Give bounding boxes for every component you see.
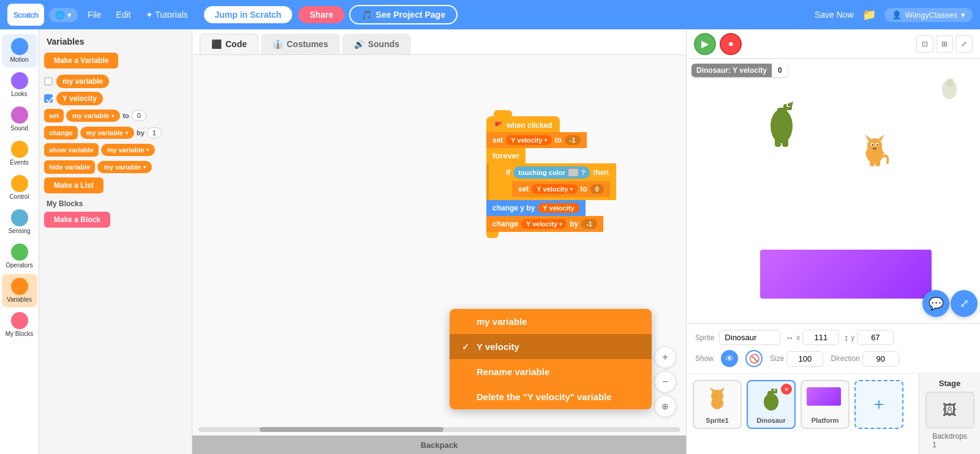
stage-section-label: Stage	[939, 379, 960, 388]
show-variable-block[interactable]: show variable	[44, 143, 99, 157]
code-tab-icon: ⬛	[211, 39, 222, 49]
my-variable-dropdown[interactable]: my variable ▾	[66, 110, 121, 122]
sprite-card-dinosaur[interactable]: ✕ Dinosaur	[747, 380, 796, 429]
sprite-card-sprite1[interactable]: Sprite1	[693, 380, 742, 429]
sidebar-item-sensing[interactable]: Sensing	[2, 206, 37, 239]
ctx-delete-variable[interactable]: Delete the "Y velocity" variable	[450, 384, 652, 409]
make-list-button[interactable]: Make a List	[44, 177, 104, 193]
make-block-button[interactable]: Make a Block	[44, 212, 110, 228]
hide-var-dropdown[interactable]: my variable ▾	[97, 161, 152, 173]
zoom-in-button[interactable]: +	[654, 346, 676, 368]
green-flag-button[interactable]: ▶	[694, 33, 716, 55]
sidebar-item-motion[interactable]: Motion	[2, 34, 37, 67]
chat-button[interactable]: 💬	[922, 290, 949, 317]
fullscreen-button[interactable]: ⤢	[956, 35, 973, 53]
edit-menu[interactable]: Edit	[111, 7, 136, 22]
change-value[interactable]: 1	[147, 127, 162, 138]
sprite-card-platform[interactable]: Platform	[801, 380, 850, 429]
ctx-y-velocity[interactable]: ✓ Y velocity	[450, 334, 652, 359]
backdrops-button[interactable]: 🖼	[925, 392, 974, 428]
see-project-button[interactable]: 🎵 See Project Page	[349, 5, 458, 24]
sidebar-item-control[interactable]: Control	[2, 171, 37, 204]
shrink-stage-button[interactable]: ⊡	[916, 35, 933, 53]
var-monitor-value: 0	[772, 64, 788, 77]
sidebar-item-operators[interactable]: Operators	[2, 240, 37, 273]
tab-code[interactable]: ⬛ Code	[200, 34, 258, 54]
save-now-button[interactable]: Save Now	[815, 10, 854, 20]
jump-in-scratch-button[interactable]: Jump in Scratch	[203, 5, 294, 24]
editor-scrollbar[interactable]	[198, 427, 680, 432]
y-velocity-dropdown2[interactable]: Y velocity ▾	[532, 184, 577, 194]
sidebar-item-variables[interactable]: Variables	[2, 274, 37, 307]
y-coord-input[interactable]	[857, 330, 894, 345]
tutorials-menu[interactable]: ✦ Tutorials	[141, 7, 193, 22]
my-variable-checkbox[interactable]	[44, 77, 53, 86]
my-variable-pill[interactable]: my variable	[56, 75, 109, 88]
language-button[interactable]: 🌐 ▾	[49, 8, 78, 22]
code-canvas: 🚩 when clicked set Y velocity ▾ to -1	[192, 55, 686, 454]
scrollbar-thumb[interactable]	[260, 427, 443, 432]
add-sprite-icon: +	[874, 395, 884, 414]
y-velocity-pill[interactable]: Y velocity	[56, 92, 103, 105]
set-y-velocity-block[interactable]: set Y velocity ▾ to -1	[486, 132, 587, 148]
show-var-dropdown[interactable]: my variable ▾	[101, 144, 156, 156]
change-var-dropdown[interactable]: my variable ▾	[80, 127, 135, 139]
ctx-rename-variable[interactable]: Rename variable	[450, 359, 652, 384]
stop-button[interactable]: ■	[720, 33, 742, 55]
y-velocity-checkbox[interactable]	[44, 94, 53, 103]
sprite-name-input[interactable]	[719, 330, 780, 345]
folder-icon[interactable]: 📁	[859, 8, 880, 21]
color-swatch[interactable]	[568, 168, 579, 177]
expand-stage-button[interactable]: ⤢	[951, 290, 978, 317]
direction-input[interactable]	[862, 351, 899, 367]
y-velocity-ref[interactable]: Y velocity	[538, 203, 579, 213]
operators-icon	[11, 244, 28, 261]
normal-stage-button[interactable]: ⊞	[936, 35, 953, 53]
when-flag-block[interactable]: 🚩 when clicked	[486, 116, 560, 132]
small-dino-sprite	[937, 71, 962, 104]
share-button[interactable]: Share	[298, 6, 344, 23]
change-var-dropdown2[interactable]: Y velocity ▾	[521, 219, 567, 229]
user-menu-button[interactable]: 👤 WiingyClasses ▾	[884, 8, 973, 22]
tab-sounds[interactable]: 🔊 Sounds	[342, 34, 411, 54]
x-coord-input[interactable]	[802, 330, 839, 345]
change-block[interactable]: change	[44, 126, 78, 140]
hide-sprite-button[interactable]: 🚫	[745, 350, 763, 367]
file-menu[interactable]: File	[83, 7, 107, 22]
sidebar-item-myblocks[interactable]: My Blocks	[2, 308, 37, 341]
show-sprite-button[interactable]: 👁	[721, 350, 738, 367]
set-y-velocity-zero-block[interactable]: set Y velocity ▾ to 0	[512, 181, 610, 197]
x-coord-group: ↔ x	[785, 330, 839, 345]
zoom-out-button[interactable]: −	[654, 371, 676, 393]
svg-point-10	[867, 138, 882, 153]
set-value[interactable]: 0	[132, 110, 146, 121]
center-view-button[interactable]: ⊕	[654, 395, 676, 417]
panel-title: Variables	[44, 37, 187, 47]
sidebar-item-sound[interactable]: Sound	[2, 103, 37, 136]
variable-context-menu: my variable ✓ Y velocity Rename variable…	[450, 309, 652, 409]
set-to-zero[interactable]: 0	[590, 184, 604, 194]
backpack-bar[interactable]: Backpack	[192, 436, 686, 454]
dinosaur-stage-sprite[interactable]	[760, 95, 803, 153]
size-input[interactable]	[786, 351, 823, 367]
ctx-my-variable[interactable]: my variable	[450, 309, 652, 334]
svg-rect-17	[865, 152, 870, 155]
make-variable-button[interactable]: Make a Variable	[44, 53, 118, 69]
set-to-value[interactable]: -1	[565, 135, 581, 145]
dinosaur-delete-button[interactable]: ✕	[781, 384, 792, 395]
hide-variable-block[interactable]: hide variable	[44, 160, 95, 174]
platform-stage-sprite[interactable]	[760, 250, 932, 299]
touching-color-block[interactable]: touching color ?	[513, 166, 590, 179]
change-y-velocity-block[interactable]: change Y velocity ▾ by -1	[486, 216, 603, 232]
add-sprite-button[interactable]: +	[854, 380, 903, 429]
tab-costumes[interactable]: 👔 Costumes	[261, 34, 340, 54]
sidebar-item-events[interactable]: Events	[2, 137, 37, 170]
change-by-value[interactable]: -1	[581, 219, 597, 229]
scratch-logo[interactable]: Scratch	[7, 4, 44, 26]
change-y-by-block[interactable]: change y by Y velocity	[486, 200, 586, 216]
cat-stage-sprite[interactable]	[858, 132, 892, 171]
y-velocity-var-dropdown[interactable]: Y velocity ▾	[506, 135, 551, 145]
sidebar-item-looks[interactable]: Looks	[2, 69, 37, 102]
forever-block[interactable]: forever	[486, 148, 526, 163]
set-block[interactable]: set	[44, 109, 64, 122]
